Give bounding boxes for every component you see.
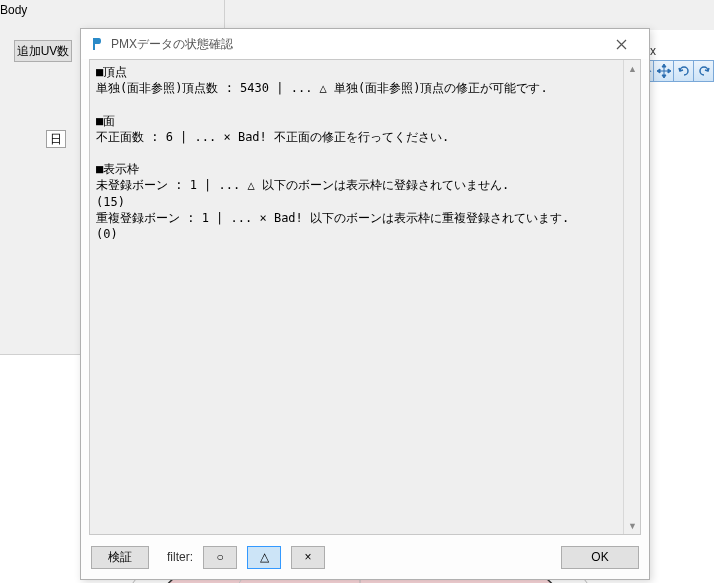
section-vertices-head: ■頂点 (96, 65, 127, 79)
scrollbar[interactable]: ▲ ▼ (623, 60, 640, 534)
section-display-line4: (0) (96, 227, 118, 241)
section-faces-head: ■面 (96, 114, 115, 128)
rotate-fwd-icon[interactable] (673, 61, 693, 81)
filter-circle-button[interactable]: ○ (203, 546, 237, 569)
section-display-line3: 重複登録ボーン : 1 | ... × Bad! 以下のボーンは表示枠に重複登録… (96, 211, 569, 225)
filter-label: filter: (167, 550, 193, 564)
report-textarea[interactable]: ■頂点 単独(面非参照)頂点数 : 5430 | ... △ 単独(面非参照)頂… (89, 59, 641, 535)
section-vertices-line: 単独(面非参照)頂点数 : 5430 | ... △ 単独(面非参照)頂点の修正… (96, 81, 548, 95)
dialog-footer: 検証 filter: ○ △ × OK (81, 541, 649, 579)
rotate-back-icon[interactable] (693, 61, 713, 81)
pmx-status-dialog: PMXデータの状態確認 ■頂点 単独(面非参照)頂点数 : 5430 | ...… (80, 28, 650, 580)
report-content: ■頂点 単独(面非参照)頂点数 : 5430 | ... △ 単独(面非参照)頂… (96, 64, 620, 242)
section-display-line1: 未登録ボーン : 1 | ... △ 以下のボーンは表示枠に登録されていません. (96, 178, 509, 192)
close-button[interactable] (601, 32, 641, 56)
section-display-head: ■表示枠 (96, 162, 139, 176)
uv-count-button[interactable]: 追加UV数 (14, 40, 72, 62)
section-faces-line: 不正面数 : 6 | ... × Bad! 不正面の修正を行ってください. (96, 130, 449, 144)
filter-x-button[interactable]: × (291, 546, 325, 569)
dialog-titlebar[interactable]: PMXデータの状態確認 (81, 29, 649, 59)
day-box[interactable]: 日 (46, 130, 66, 148)
app-icon (89, 36, 105, 52)
dialog-title: PMXデータの状態確認 (111, 36, 601, 53)
move-icon[interactable] (653, 61, 673, 81)
ok-button[interactable]: OK (561, 546, 639, 569)
close-icon (616, 39, 627, 50)
section-display-line2: (15) (96, 195, 125, 209)
verify-button[interactable]: 検証 (91, 546, 149, 569)
scroll-up-icon[interactable]: ▲ (624, 60, 641, 77)
filter-triangle-button[interactable]: △ (247, 546, 281, 569)
scroll-down-icon[interactable]: ▼ (624, 517, 641, 534)
body-label: Body (0, 3, 27, 17)
